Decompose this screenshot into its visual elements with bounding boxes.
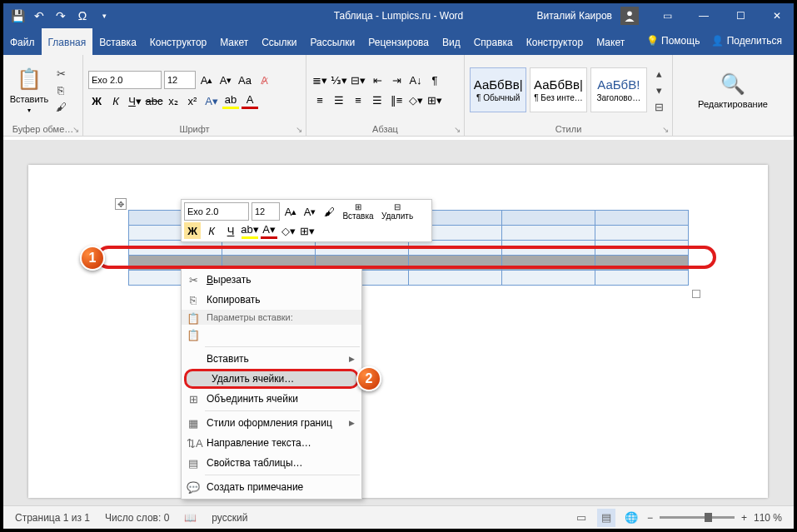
mini-italic-button[interactable]: К xyxy=(203,222,220,239)
shading-icon[interactable]: ◇▾ xyxy=(407,92,424,108)
mini-format-painter-icon[interactable]: 🖌 xyxy=(321,203,337,220)
tab-help[interactable]: Справка xyxy=(467,28,520,55)
font-color-icon[interactable]: A xyxy=(242,92,258,109)
editing-button[interactable]: 🔍 Редактирование xyxy=(695,57,770,122)
status-language[interactable]: русский xyxy=(212,512,247,524)
menu-text-direction[interactable]: ⇅AНаправление текста… xyxy=(182,433,361,453)
tab-insert[interactable]: Вставка xyxy=(92,28,143,55)
table-resize-handle[interactable] xyxy=(692,290,700,298)
grow-font-icon[interactable]: A▴ xyxy=(198,72,215,88)
bullets-icon[interactable]: ≣▾ xyxy=(311,72,328,88)
status-page[interactable]: Страница 1 из 1 xyxy=(15,512,90,524)
undo-icon[interactable]: ↶ xyxy=(32,8,47,23)
omega-icon[interactable]: Ω xyxy=(75,8,90,23)
styles-launcher-icon[interactable]: ↘ xyxy=(662,125,669,134)
tab-file[interactable]: Файл xyxy=(3,28,42,55)
style-no-spacing[interactable]: АаБбВв|¶ Без инте… xyxy=(530,67,586,112)
align-right-icon[interactable]: ≡ xyxy=(350,92,366,108)
mini-shading-icon[interactable]: ◇▾ xyxy=(280,222,296,239)
styles-down-icon[interactable]: ▾ xyxy=(652,82,667,97)
menu-delete-cells[interactable]: Удалить ячейки… xyxy=(184,369,359,389)
tab-references[interactable]: Ссылки xyxy=(255,28,303,55)
mini-grow-icon[interactable]: A▴ xyxy=(282,203,299,220)
outdent-icon[interactable]: ⇤ xyxy=(369,72,386,88)
zoom-value[interactable]: 110 % xyxy=(754,512,782,524)
mini-font-size[interactable] xyxy=(252,202,280,221)
indent-icon[interactable]: ⇥ xyxy=(388,72,405,88)
tab-view[interactable]: Вид xyxy=(436,28,467,55)
tell-me[interactable]: 💡 Помощь xyxy=(646,35,700,47)
superscript-button[interactable]: x² xyxy=(184,92,201,109)
qat-more-icon[interactable]: ▾ xyxy=(97,8,112,23)
menu-border-styles[interactable]: ▦Стили оформления границ▶ xyxy=(182,413,361,433)
cut-icon[interactable]: ✂ xyxy=(53,66,68,81)
menu-paste-option-1[interactable]: 📋 xyxy=(182,325,361,345)
status-spell-icon[interactable]: 📖 xyxy=(184,512,197,524)
line-spacing-icon[interactable]: ‖≡ xyxy=(388,92,405,108)
maximize-button[interactable]: ☐ xyxy=(724,3,757,28)
tab-review[interactable]: Рецензирова xyxy=(361,28,436,55)
sort-icon[interactable]: A↓ xyxy=(407,72,424,88)
subscript-button[interactable]: x₂ xyxy=(165,92,182,109)
format-painter-icon[interactable]: 🖌 xyxy=(53,99,68,114)
clipboard-launcher-icon[interactable]: ↘ xyxy=(72,125,79,134)
clear-format-icon[interactable]: A̷ xyxy=(256,72,272,88)
italic-button[interactable]: К xyxy=(107,92,124,109)
menu-new-comment[interactable]: 💬Создать примечание xyxy=(182,477,361,497)
tab-table-layout[interactable]: Макет xyxy=(590,28,631,55)
mini-delete-button[interactable]: ⊟Удалить xyxy=(379,202,416,221)
borders-icon[interactable]: ⊞▾ xyxy=(426,92,443,108)
mini-shrink-icon[interactable]: A▾ xyxy=(301,203,318,220)
mini-font-name[interactable] xyxy=(184,202,249,221)
shrink-font-icon[interactable]: A▾ xyxy=(217,72,234,88)
print-layout-icon[interactable]: ▤ xyxy=(597,509,615,527)
tab-mailings[interactable]: Рассылки xyxy=(303,28,361,55)
avatar[interactable] xyxy=(620,7,639,25)
mini-underline-button[interactable]: Ч xyxy=(222,222,239,239)
ribbon-opts-icon[interactable]: ▭ xyxy=(650,3,684,28)
table-move-handle[interactable]: ✥ xyxy=(115,198,127,210)
mini-highlight-icon[interactable]: ab▾ xyxy=(242,222,258,239)
para-launcher-icon[interactable]: ↘ xyxy=(454,125,461,134)
numbering-icon[interactable]: ⅓▾ xyxy=(331,72,347,88)
mini-insert-button[interactable]: ⊞Вставка xyxy=(340,202,376,221)
read-mode-icon[interactable]: ▭ xyxy=(572,509,590,527)
strike-button[interactable]: abc xyxy=(146,92,162,109)
zoom-in-button[interactable]: + xyxy=(741,512,747,524)
menu-cut[interactable]: ✂Вырезать xyxy=(182,270,361,290)
save-icon[interactable]: 💾 xyxy=(10,8,25,23)
highlight-icon[interactable]: ab xyxy=(222,92,239,109)
multilevel-icon[interactable]: ⊟▾ xyxy=(350,72,366,88)
font-name-select[interactable] xyxy=(88,71,162,89)
styles-more-icon[interactable]: ⊟ xyxy=(652,99,667,114)
tab-layout[interactable]: Макет xyxy=(213,28,255,55)
close-button[interactable]: ✕ xyxy=(760,3,794,28)
mini-borders-icon[interactable]: ⊞▾ xyxy=(299,222,316,239)
pilcrow-icon[interactable]: ¶ xyxy=(426,72,443,88)
font-size-select[interactable] xyxy=(164,71,196,89)
justify-icon[interactable]: ☰ xyxy=(369,92,386,108)
styles-up-icon[interactable]: ▴ xyxy=(652,66,667,81)
minimize-button[interactable]: ― xyxy=(687,3,720,28)
style-heading1[interactable]: АаБбВ!Заголово… xyxy=(590,67,647,112)
share-button[interactable]: 👤 Поделиться xyxy=(711,35,782,47)
web-layout-icon[interactable]: 🌐 xyxy=(622,509,640,527)
paste-button[interactable]: 📋 Вставить▾ xyxy=(8,57,50,122)
mini-font-color-icon[interactable]: A▾ xyxy=(261,222,277,239)
font-launcher-icon[interactable]: ↘ xyxy=(296,125,302,134)
status-words[interactable]: Число слов: 0 xyxy=(105,512,169,524)
menu-copy[interactable]: ⎘Копировать xyxy=(182,290,361,310)
redo-icon[interactable]: ↷ xyxy=(53,8,68,23)
tab-design[interactable]: Конструктор xyxy=(143,28,213,55)
menu-insert[interactable]: Вставить▶ xyxy=(182,349,361,369)
zoom-slider[interactable] xyxy=(660,516,735,519)
style-normal[interactable]: АаБбВв|¶ Обычный xyxy=(470,67,526,112)
tab-home[interactable]: Главная xyxy=(42,28,93,55)
menu-table-properties[interactable]: ▤Свойства таблицы… xyxy=(182,453,361,473)
align-center-icon[interactable]: ☰ xyxy=(331,92,347,108)
tab-table-design[interactable]: Конструктор xyxy=(520,28,590,55)
zoom-out-button[interactable]: − xyxy=(647,512,653,524)
bold-button[interactable]: Ж xyxy=(88,92,105,109)
align-left-icon[interactable]: ≡ xyxy=(311,92,328,108)
mini-bold-button[interactable]: Ж xyxy=(184,222,201,239)
